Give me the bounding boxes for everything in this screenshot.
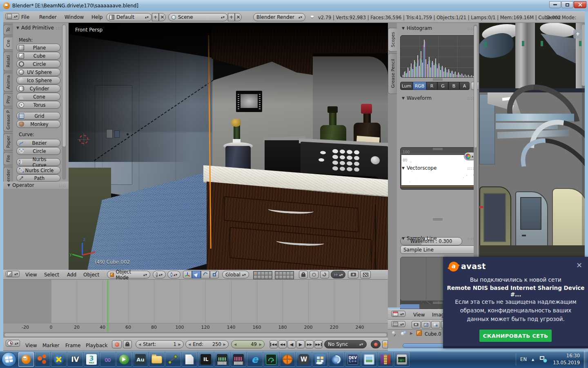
add-nurbs-circle-button[interactable]: Nurbs Circle (16, 166, 60, 174)
taskbar-icon-dev-cpp[interactable]: DEVC++ (345, 352, 361, 367)
3d-viewport[interactable]: ALLOIRES BRUT SYRAH (69, 23, 388, 270)
sample-channel[interactable] (419, 304, 439, 309)
taskbar-icon-blender[interactable] (18, 352, 34, 367)
waveform-resize-handle[interactable] (433, 148, 443, 150)
vectorscope-panel-header[interactable]: ▼ Vectorscope :::: (402, 165, 474, 171)
play-button[interactable]: ▶ (296, 340, 305, 348)
render-tab-camera-icon[interactable] (412, 321, 421, 328)
add-curve-circle-button[interactable]: Circle (16, 147, 60, 155)
histogram-panel-header[interactable]: ▼ Histogram :::: (402, 25, 474, 31)
snap-element-selector[interactable]: ⊦⊦ ▲▼ (331, 271, 345, 278)
editor-type-info[interactable]: ▲▼ (5, 13, 19, 20)
jump-next-keyframe-button[interactable]: ▶▶ (305, 340, 314, 348)
taskbar-icon-winrar[interactable] (378, 352, 393, 367)
taskbar-icon-visual-studio[interactable]: ∞ (100, 352, 116, 367)
tab-relations[interactable]: Relati (3, 52, 13, 71)
taskbar-icon-update-swirl[interactable] (329, 352, 344, 367)
jump-to-start-button[interactable]: ◀◀ (270, 340, 278, 348)
current-frame-line[interactable] (107, 280, 108, 332)
channel-lum-button[interactable]: Lum (400, 82, 413, 90)
tray-expand-icon[interactable]: ▲ (532, 358, 534, 361)
play-reverse-button[interactable]: ◀ (287, 340, 296, 348)
taskbar-icon-internet-explorer[interactable]: e (247, 352, 263, 367)
channel-g-button[interactable]: G (437, 82, 448, 90)
taskbar-icon-idm[interactable] (116, 352, 132, 367)
add-path-button[interactable]: Path (16, 175, 60, 182)
minimize-button[interactable] (549, 1, 561, 8)
tray-language[interactable]: EN (520, 357, 527, 362)
taskbar-icon-system-monitor[interactable] (394, 352, 410, 367)
channel-b-button[interactable]: B (448, 82, 459, 90)
render-engine-selector[interactable]: Blender Render ▲▼ (253, 13, 305, 21)
vp-menu-select[interactable]: Select (44, 272, 59, 278)
taskbar-icon-wheel-app[interactable] (280, 352, 295, 367)
add-bezier-button[interactable]: Bezier (16, 139, 60, 147)
menu-window[interactable]: Window (65, 14, 84, 20)
taskbar-icon-gta-iv[interactable]: IV (67, 352, 83, 367)
add-cone-button[interactable]: Cone (16, 93, 60, 101)
mode-selector[interactable]: Object Mode ▲▼ (107, 271, 150, 278)
taskbar-icon-explorer-folder[interactable] (149, 352, 165, 367)
keyframe-button[interactable] (382, 340, 388, 348)
menu-help[interactable]: Help (91, 14, 102, 20)
add-grid-button[interactable]: Grid (16, 112, 60, 120)
scopes-scrollbar-thumb[interactable] (474, 25, 477, 148)
atlas-scrollbar-thumb[interactable] (582, 25, 585, 86)
start-button[interactable] (2, 352, 16, 367)
keying-lock-button[interactable] (123, 340, 132, 348)
tray-clock[interactable]: 16:30 13.05.2019 (553, 352, 580, 367)
taskbar-icon-control-panel[interactable] (312, 352, 328, 367)
region-expand-button[interactable]: + (573, 29, 582, 38)
sample-resize-handle[interactable] (433, 302, 443, 304)
add-scene-button[interactable]: + (228, 13, 235, 21)
render-opengl-button[interactable] (348, 271, 359, 278)
toolshelf-scrollbar-thumb[interactable] (62, 25, 66, 147)
sample-line-button[interactable]: Sample Line (400, 245, 477, 254)
add-primitive-panel-header[interactable]: ▼ Add Primitive :::: (16, 25, 63, 31)
channel-rgb-button[interactable]: RGB (413, 82, 426, 90)
pin-icon[interactable] (392, 331, 397, 337)
record-button[interactable] (371, 340, 381, 348)
taskbar-icon-graph-tool[interactable] (165, 352, 181, 367)
add-torus-button[interactable]: Torus (16, 101, 60, 109)
autokey-button[interactable] (112, 340, 122, 348)
window-titlebar[interactable]: Blender* [E:\BeamNG.drive\e170\saaaaaave… (0, 0, 588, 11)
add-cube-button[interactable]: Cube (16, 52, 60, 60)
end-frame-field[interactable]: ◀ End: 250 ▶ (185, 340, 229, 348)
tab-grease-pencil[interactable]: Grease P (3, 108, 13, 132)
render-layers-tab-icon[interactable] (421, 321, 430, 328)
orientation-selector[interactable]: Global ▲▼ (222, 271, 249, 278)
tab-grease-pencil-scopes[interactable]: Grease Pencil (388, 53, 397, 94)
close-button[interactable] (574, 1, 586, 8)
waveform-panel-header[interactable]: ▼ Waveform :::: (402, 95, 474, 101)
taskbar-icon-3dsmax[interactable]: 3MAX (84, 352, 99, 367)
pivot-point-selector[interactable]: ▲▼ (167, 271, 180, 278)
taskbar-icon-w-app[interactable]: W (296, 352, 312, 367)
channel-r-button[interactable]: R (426, 82, 437, 90)
tab-animation[interactable]: Anima (3, 73, 13, 92)
tab-file[interactable]: File (3, 152, 13, 165)
menu-file[interactable]: File (21, 14, 29, 20)
taskbar-icon-photo-viewer[interactable] (361, 352, 377, 367)
tl-menu-view[interactable]: View (25, 343, 37, 348)
vp-menu-add[interactable]: Add (67, 272, 76, 278)
start-frame-field[interactable]: ◀ Start: 1 ▶ (136, 340, 184, 348)
sample-line-panel-header[interactable]: ▼ Sample Line :::: (402, 236, 474, 241)
add-ico-sphere-button[interactable]: Ico Sphere (16, 76, 60, 84)
img-menu-view[interactable]: View (413, 312, 425, 318)
scene-selector[interactable]: Scene ▲▼ (168, 13, 228, 21)
vp-menu-view[interactable]: View (25, 272, 37, 278)
tab-physics[interactable]: Phy (3, 93, 13, 106)
timeline-hscroll-thumb[interactable] (4, 333, 387, 337)
layers-widget[interactable] (253, 271, 294, 279)
vp-menu-object[interactable]: Object (83, 272, 99, 278)
sample-channel-active[interactable] (400, 304, 419, 309)
tl-menu-marker[interactable]: Marker (42, 343, 59, 348)
histogram-resize-handle[interactable] (433, 79, 443, 81)
add-cylinder-button[interactable]: Cylinder (16, 85, 60, 92)
add-nurbs-curve-button[interactable]: Nurbs Curve (16, 158, 60, 166)
avast-close-icon[interactable]: ✕ (576, 261, 582, 269)
tl-menu-frame[interactable]: Frame (65, 343, 80, 348)
avast-scan-button[interactable]: СКАНИРОВАТЬ СЕТЬ (479, 330, 552, 342)
uv-image-canvas[interactable]: + (479, 23, 585, 257)
